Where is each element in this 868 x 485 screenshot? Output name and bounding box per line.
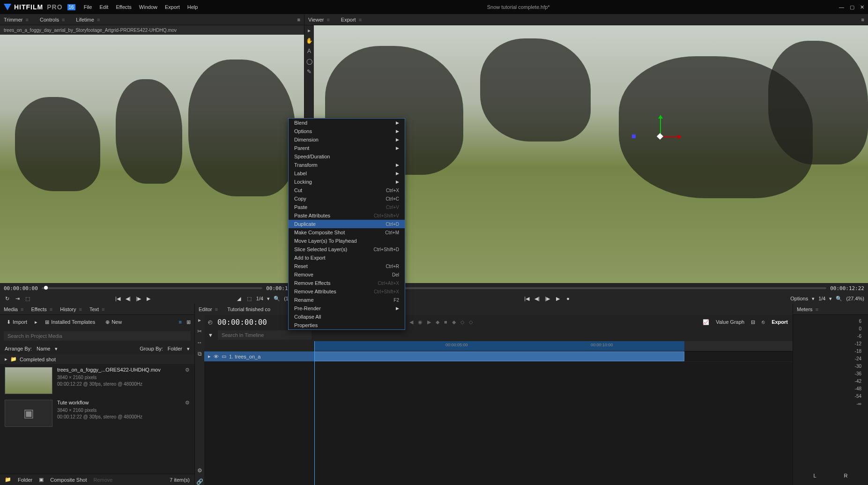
tab-trimmer[interactable]: Trimmer≡ <box>4 17 29 22</box>
menu-edit[interactable]: Edit <box>99 4 108 10</box>
media-item[interactable]: Tute workflow 3840 × 2160 pixels 00:00:1… <box>0 397 194 430</box>
menu-window[interactable]: Window <box>139 4 157 10</box>
footer-comp[interactable]: Composite Shot <box>50 477 87 483</box>
menu-export[interactable]: Export <box>165 4 180 10</box>
kf-ease-icon[interactable]: ◇ <box>469 319 473 325</box>
slice-tool-icon[interactable]: ✂ <box>196 328 203 335</box>
ctx-parent[interactable]: Parent▶ <box>289 144 405 152</box>
menu-effects[interactable]: Effects <box>116 4 131 10</box>
ctx-speed-duration[interactable]: Speed/Duration <box>289 152 405 161</box>
templates-button[interactable]: ⊞Installed Templates <box>42 318 98 327</box>
ctx-copy[interactable]: CopyCtrl+C <box>289 194 405 203</box>
goto-start-icon[interactable]: |◀ <box>114 295 121 302</box>
mask-icon[interactable]: ◢ <box>236 295 242 302</box>
menu-icon[interactable]: ≡ <box>26 17 29 22</box>
playhead[interactable] <box>314 341 315 485</box>
next-frame-icon[interactable]: |▶ <box>544 295 551 302</box>
anchor-handle[interactable] <box>632 134 636 138</box>
chevron-down-icon[interactable]: ▾ <box>812 296 815 302</box>
hand-tool-icon[interactable]: ✋ <box>306 37 312 44</box>
chevron-down-icon[interactable]: ▾ <box>267 296 270 302</box>
timeline-ruler[interactable]: 00:00:05:00 00:00:10:00 <box>314 341 793 351</box>
gear-icon[interactable]: ⚙ <box>196 467 203 474</box>
ctx-reset[interactable]: ResetCtrl+R <box>289 262 405 270</box>
ctx-duplicate[interactable]: DuplicateCtrl+D <box>289 220 405 228</box>
timeline-clip[interactable] <box>314 351 684 361</box>
ctx-options[interactable]: Options▶ <box>289 127 405 135</box>
select-tool-icon[interactable]: ▸ <box>306 27 312 34</box>
insert-icon[interactable]: ⇥ <box>14 295 21 302</box>
tab-tutorial[interactable]: Tutorial finished co <box>227 306 270 312</box>
viewer-frac[interactable]: 1/4 <box>256 296 263 301</box>
ctx-pre-render[interactable]: Pre-Render▶ <box>289 304 405 313</box>
ctx-cut[interactable]: CutCtrl+X <box>289 186 405 194</box>
tab-meters[interactable]: Meters≡ <box>797 306 818 312</box>
viewer-frac[interactable]: 1/4 <box>818 296 825 301</box>
menu-icon[interactable]: ≡ <box>102 306 104 312</box>
grid-view-icon[interactable]: ⊞ <box>186 319 191 325</box>
track-row[interactable]: ▸ 👁 ▭ 1. trees_on_a <box>204 351 793 362</box>
arrange-value[interactable]: Name <box>37 346 50 351</box>
timeline-search-input[interactable] <box>218 330 312 340</box>
menu-icon[interactable]: ≡ <box>62 17 65 22</box>
tab-text[interactable]: Text≡ <box>89 306 105 312</box>
scrub-bar[interactable] <box>42 287 262 289</box>
chevron-down-icon[interactable]: ▾ <box>187 346 190 352</box>
prev-frame-icon[interactable]: ◀| <box>534 295 541 302</box>
link-icon[interactable]: 🔗 <box>196 478 203 485</box>
ctx-properties[interactable]: Properties <box>289 321 405 329</box>
menu-icon[interactable]: ≡ <box>359 17 362 22</box>
filter-icon[interactable]: ▼ <box>208 332 213 338</box>
export-label[interactable]: Export <box>772 319 788 325</box>
trimmer-preview[interactable] <box>0 35 304 283</box>
clock-icon[interactable]: ◴ <box>208 319 213 325</box>
pen-tool-icon[interactable]: ✎ <box>306 68 312 75</box>
new-button[interactable]: ⊕New <box>103 318 125 327</box>
search-input[interactable] <box>4 331 191 341</box>
ctx-transform[interactable]: Transform▶ <box>289 161 405 169</box>
mask-tool-icon[interactable]: ◯ <box>306 58 312 65</box>
ctx-collapse-all[interactable]: Collapse All <box>289 313 405 321</box>
tab-media[interactable]: Media≡ <box>4 306 23 312</box>
zoom-icon[interactable]: 🔍 <box>274 295 280 302</box>
slip-tool-icon[interactable]: ↔ <box>196 339 203 346</box>
kf-diamond2-icon[interactable]: ◆ <box>452 319 456 325</box>
track-label[interactable]: ▸ 👁 ▭ 1. trees_on_a <box>204 351 314 361</box>
footer-remove[interactable]: Remove <box>93 477 112 483</box>
kf-stop-icon[interactable]: ■ <box>444 319 447 325</box>
panel-menu-icon[interactable]: ≡ <box>861 17 864 22</box>
ctx-move-layer-s-to-playhead[interactable]: Move Layer(s) To Playhead <box>289 237 405 245</box>
ctx-locking[interactable]: Locking▶ <box>289 178 405 186</box>
zoom-icon[interactable]: 🔍 <box>836 295 842 302</box>
snap-icon[interactable]: ⬚ <box>246 295 252 302</box>
kf-diamond3-icon[interactable]: ◇ <box>460 319 464 325</box>
ctx-slice-selected-layer-s-[interactable]: Slice Selected Layer(s)Ctrl+Shift+D <box>289 245 405 254</box>
menu-help[interactable]: Help <box>187 4 198 10</box>
kf-diamond-icon[interactable]: ◆ <box>436 319 439 325</box>
import-button[interactable]: ⬇Import <box>4 318 30 327</box>
menu-icon[interactable]: ≡ <box>326 17 329 22</box>
kf-next-icon[interactable]: ▶ <box>427 319 431 325</box>
select-tool-icon[interactable]: ▸ <box>196 317 203 323</box>
goto-start-icon[interactable]: |◀ <box>524 295 530 302</box>
tab-lifetime[interactable]: Lifetime≡ <box>76 17 100 22</box>
minimize-button[interactable]: — <box>839 4 844 10</box>
next-frame-icon[interactable]: |▶ <box>135 295 141 302</box>
loop-icon[interactable]: ● <box>565 295 571 302</box>
text-tool-icon[interactable]: A <box>306 48 312 54</box>
visibility-icon[interactable]: 👁 <box>214 354 219 359</box>
tab-effects[interactable]: Effects≡ <box>31 306 52 312</box>
timeline-timecode[interactable]: 00:00:00:00 <box>217 318 267 327</box>
tab-controls[interactable]: Controls≡ <box>40 17 65 22</box>
list-view-icon[interactable]: ≡ <box>179 319 182 325</box>
menu-file[interactable]: File <box>84 4 92 10</box>
menu-icon[interactable]: ≡ <box>79 306 82 312</box>
chevron-down-icon[interactable]: ▾ <box>55 346 58 352</box>
ctx-dimension[interactable]: Dimension▶ <box>289 135 405 144</box>
chevron-right-icon[interactable]: ▸ <box>35 319 37 325</box>
overlay-icon[interactable]: ⬚ <box>24 295 31 302</box>
media-folder[interactable]: ▸ 📁 Completed shot <box>0 354 194 364</box>
play-icon[interactable]: ▶ <box>555 295 561 302</box>
footer-folder[interactable]: Folder <box>18 477 32 483</box>
prev-frame-icon[interactable]: ◀| <box>125 295 131 302</box>
